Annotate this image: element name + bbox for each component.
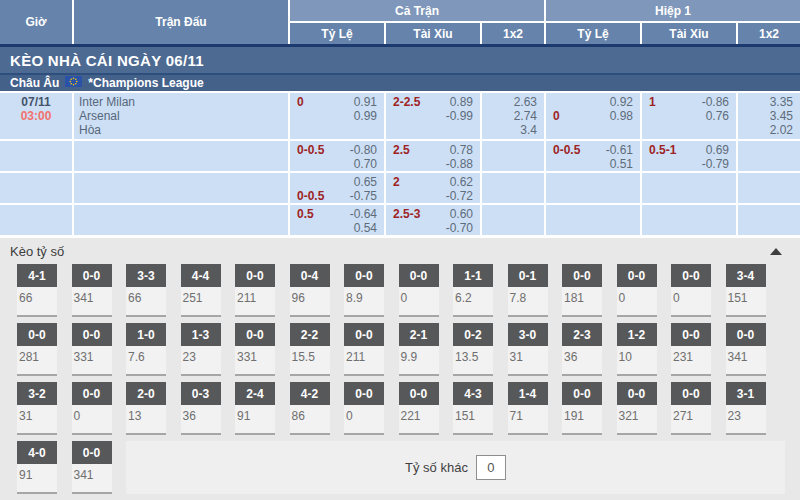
score-cell[interactable]: 0-00 — [399, 264, 439, 317]
score-label[interactable]: 0-3 — [181, 382, 221, 405]
score-cell[interactable]: 0-0341 — [72, 441, 112, 494]
score-label[interactable]: 0-0 — [671, 323, 711, 346]
h1-handicap-cell[interactable] — [546, 173, 640, 203]
score-cell[interactable]: 0-00 — [671, 264, 711, 317]
score-label[interactable]: 2-1 — [399, 323, 439, 346]
score-cell[interactable]: 4-091 — [17, 441, 57, 494]
score-label[interactable]: 1-4 — [508, 382, 548, 405]
score-label[interactable]: 0-0 — [235, 264, 275, 287]
score-label[interactable]: 0-0 — [72, 441, 112, 464]
score-cell[interactable]: 0-17.8 — [508, 264, 548, 317]
h1-handicap-cell[interactable]: 0-0.5-0.610.51 — [546, 141, 640, 171]
score-label[interactable]: 3-2 — [17, 382, 57, 405]
score-cell[interactable]: 0-336 — [181, 382, 221, 435]
score-cell[interactable]: 0-0221 — [399, 382, 439, 435]
score-label[interactable]: 0-0 — [726, 323, 766, 346]
score-cell[interactable]: 2-215.5 — [290, 323, 330, 376]
score-label[interactable]: 1-0 — [126, 323, 166, 346]
h1-1x2-cell[interactable] — [738, 141, 800, 171]
score-cell[interactable]: 3-231 — [17, 382, 57, 435]
h1-handicap-cell[interactable]: 0.9200.98 — [546, 93, 640, 139]
score-cell[interactable]: 0-0341 — [72, 264, 112, 317]
score-cell[interactable]: 1-07.6 — [126, 323, 166, 376]
score-cell[interactable]: 0-08.9 — [344, 264, 384, 317]
score-cell[interactable]: 0-0331 — [72, 323, 112, 376]
ft-1x2-cell[interactable] — [482, 141, 544, 171]
score-cell[interactable]: 2-013 — [126, 382, 166, 435]
score-cell[interactable]: 4-4251 — [181, 264, 221, 317]
score-cell[interactable]: 0-0321 — [617, 382, 657, 435]
score-label[interactable]: 4-3 — [453, 382, 493, 405]
ft-overunder-cell[interactable]: 20.62-0.72 — [386, 173, 480, 203]
score-cell[interactable]: 2-19.9 — [399, 323, 439, 376]
ft-handicap-cell[interactable]: 0.650-0.5-0.75 — [290, 173, 384, 203]
score-cell[interactable]: 3-4151 — [726, 264, 766, 317]
score-cell[interactable]: 0-00 — [72, 382, 112, 435]
score-label[interactable]: 0-0 — [72, 323, 112, 346]
collapse-up-icon[interactable] — [770, 248, 782, 255]
h1-overunder-cell[interactable]: 1-0.860.76 — [642, 93, 736, 139]
score-label[interactable]: 0-0 — [617, 382, 657, 405]
score-label[interactable]: 1-2 — [617, 323, 657, 346]
score-cell[interactable]: 1-323 — [181, 323, 221, 376]
score-cell[interactable]: 0-0181 — [562, 264, 602, 317]
score-cell[interactable]: 4-286 — [290, 382, 330, 435]
score-cell[interactable]: 1-16.2 — [453, 264, 493, 317]
score-label[interactable]: 0-0 — [344, 382, 384, 405]
score-cell[interactable]: 0-213.5 — [453, 323, 493, 376]
score-label[interactable]: 0-2 — [453, 323, 493, 346]
score-label[interactable]: 2-4 — [235, 382, 275, 405]
score-label[interactable]: 0-0 — [72, 264, 112, 287]
other-score-input[interactable] — [476, 455, 506, 480]
score-label[interactable]: 0-0 — [399, 264, 439, 287]
score-label[interactable]: 2-3 — [562, 323, 602, 346]
score-label[interactable]: 1-3 — [181, 323, 221, 346]
score-label[interactable]: 0-1 — [508, 264, 548, 287]
score-cell[interactable]: 0-0331 — [235, 323, 275, 376]
score-cell[interactable]: 3-366 — [126, 264, 166, 317]
score-label[interactable]: 0-0 — [617, 264, 657, 287]
score-cell[interactable]: 0-0191 — [562, 382, 602, 435]
ft-overunder-cell[interactable]: 2-2.50.89-0.99 — [386, 93, 480, 139]
score-cell[interactable]: 0-00 — [344, 382, 384, 435]
ft-1x2-cell[interactable] — [482, 173, 544, 203]
league-header[interactable]: Châu Âu *Champions League — [0, 75, 800, 91]
ft-handicap-cell[interactable]: 00.910.99 — [290, 93, 384, 139]
ft-handicap-cell[interactable]: 0-0.5-0.800.70 — [290, 141, 384, 171]
h1-overunder-cell[interactable]: 0.5-10.69-0.79 — [642, 141, 736, 171]
score-label[interactable]: 3-3 — [126, 264, 166, 287]
score-cell[interactable]: 0-0341 — [726, 323, 766, 376]
score-cell[interactable]: 2-336 — [562, 323, 602, 376]
score-cell[interactable]: 0-0211 — [235, 264, 275, 317]
score-label[interactable]: 0-0 — [344, 264, 384, 287]
h1-overunder-cell[interactable] — [642, 205, 736, 235]
h1-1x2-cell[interactable] — [738, 173, 800, 203]
score-label[interactable]: 0-0 — [235, 323, 275, 346]
ft-overunder-cell[interactable]: 2.50.78-0.88 — [386, 141, 480, 171]
score-label[interactable]: 4-4 — [181, 264, 221, 287]
score-cell[interactable]: 3-123 — [726, 382, 766, 435]
score-label[interactable]: 3-0 — [508, 323, 548, 346]
score-cell[interactable]: 4-166 — [17, 264, 57, 317]
score-label[interactable]: 0-0 — [72, 382, 112, 405]
score-cell[interactable]: 4-3151 — [453, 382, 493, 435]
score-cell[interactable]: 0-0271 — [671, 382, 711, 435]
score-label[interactable]: 2-0 — [126, 382, 166, 405]
h1-1x2-cell[interactable] — [738, 205, 800, 235]
score-cell[interactable]: 2-491 — [235, 382, 275, 435]
h1-handicap-cell[interactable] — [546, 205, 640, 235]
score-cell[interactable]: 0-0231 — [671, 323, 711, 376]
score-label[interactable]: 0-0 — [562, 382, 602, 405]
ft-1x2-cell[interactable] — [482, 205, 544, 235]
score-cell[interactable]: 1-471 — [508, 382, 548, 435]
score-label[interactable]: 2-2 — [290, 323, 330, 346]
score-cell[interactable]: 1-210 — [617, 323, 657, 376]
score-label[interactable]: 4-0 — [17, 441, 57, 464]
score-cell[interactable]: 0-0211 — [344, 323, 384, 376]
score-label[interactable]: 1-1 — [453, 264, 493, 287]
ft-overunder-cell[interactable]: 2.5-30.60-0.70 — [386, 205, 480, 235]
score-label[interactable]: 0-0 — [671, 264, 711, 287]
score-cell[interactable]: 0-496 — [290, 264, 330, 317]
h1-1x2-cell[interactable]: 3.353.452.02 — [738, 93, 800, 139]
score-label[interactable]: 0-0 — [562, 264, 602, 287]
